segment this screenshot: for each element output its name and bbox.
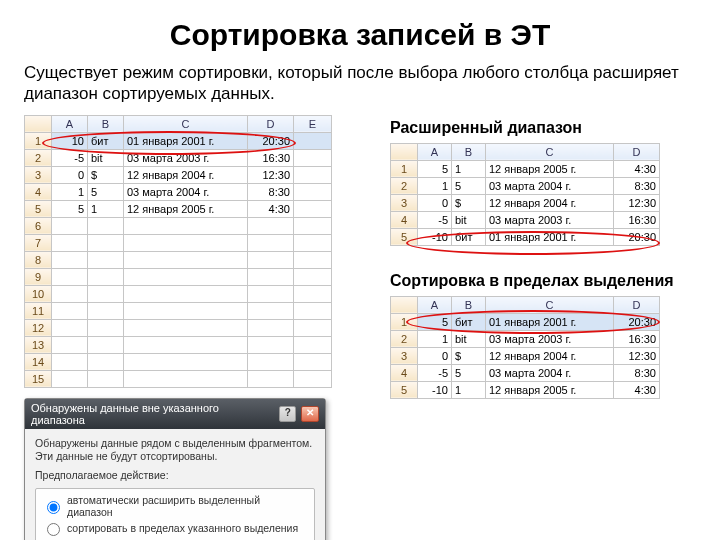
corner-cell bbox=[391, 296, 418, 313]
row-header: 13 bbox=[25, 336, 52, 353]
table-row: 15 bbox=[25, 370, 332, 387]
table-row: 8 bbox=[25, 251, 332, 268]
cell: 1 bbox=[52, 183, 88, 200]
cell bbox=[52, 336, 88, 353]
row-header: 2 bbox=[391, 177, 418, 194]
cell: 0 bbox=[418, 347, 452, 364]
table-row: 15бит01 января 2001 г.20:30 bbox=[391, 313, 660, 330]
cell bbox=[294, 149, 332, 166]
cell bbox=[124, 234, 248, 251]
radio-within[interactable]: сортировать в пределах указанного выделе… bbox=[42, 519, 308, 537]
cell bbox=[294, 336, 332, 353]
table-row: 21503 марта 2004 г.8:30 bbox=[391, 177, 660, 194]
cell: 4:30 bbox=[248, 200, 294, 217]
col-D: D bbox=[614, 143, 660, 160]
radio-within-input[interactable] bbox=[47, 523, 60, 536]
cell: 03 марта 2004 г. bbox=[486, 177, 614, 194]
cell bbox=[248, 370, 294, 387]
cell bbox=[88, 370, 124, 387]
cell: 12:30 bbox=[248, 166, 294, 183]
cell: 8:30 bbox=[248, 183, 294, 200]
cell: 01 января 2001 г. bbox=[124, 132, 248, 149]
cell: бит bbox=[452, 228, 486, 245]
cell bbox=[294, 268, 332, 285]
cell: -10 bbox=[418, 228, 452, 245]
cell: 10 bbox=[52, 132, 88, 149]
table-row: 55112 января 2005 г.4:30 bbox=[25, 200, 332, 217]
sheet-left: A B C D E 110бит01 января 2001 г.20:302-… bbox=[24, 115, 332, 388]
col-D: D bbox=[614, 296, 660, 313]
cell bbox=[52, 217, 88, 234]
dialog-options: автоматически расширить выделенный диапа… bbox=[35, 488, 315, 540]
row-header: 4 bbox=[391, 211, 418, 228]
close-icon[interactable]: ✕ bbox=[301, 406, 319, 422]
cell: bit bbox=[452, 330, 486, 347]
cell bbox=[88, 336, 124, 353]
cell: 03 марта 2004 г. bbox=[124, 183, 248, 200]
cell bbox=[248, 302, 294, 319]
table-row: 12 bbox=[25, 319, 332, 336]
col-E: E bbox=[294, 115, 332, 132]
cell bbox=[294, 234, 332, 251]
cell bbox=[294, 251, 332, 268]
dialog-title-text: Обнаружены данные вне указанного диапазо… bbox=[31, 402, 269, 426]
cell bbox=[294, 319, 332, 336]
cell: $ bbox=[88, 166, 124, 183]
radio-expand-input[interactable] bbox=[47, 501, 60, 514]
cell: 5 bbox=[452, 177, 486, 194]
cell: -5 bbox=[418, 364, 452, 381]
cell: 01 января 2001 г. bbox=[486, 313, 614, 330]
cell: 8:30 bbox=[614, 177, 660, 194]
cell bbox=[88, 268, 124, 285]
cell: 0 bbox=[418, 194, 452, 211]
cell: 01 января 2001 г. bbox=[486, 228, 614, 245]
sort-dialog: Обнаружены данные вне указанного диапазо… bbox=[24, 398, 326, 541]
page-title: Сортировка записей в ЭТ bbox=[24, 18, 696, 52]
row-header: 2 bbox=[391, 330, 418, 347]
col-C: C bbox=[486, 143, 614, 160]
cell bbox=[52, 302, 88, 319]
cell: 16:30 bbox=[614, 211, 660, 228]
dialog-titlebar: Обнаружены данные вне указанного диапазо… bbox=[25, 399, 325, 429]
cell bbox=[52, 268, 88, 285]
cell: 12 января 2005 г. bbox=[486, 160, 614, 177]
cell bbox=[248, 353, 294, 370]
cell: 03 марта 2004 г. bbox=[486, 364, 614, 381]
table-row: 7 bbox=[25, 234, 332, 251]
cell bbox=[294, 183, 332, 200]
col-B: B bbox=[452, 296, 486, 313]
corner-cell bbox=[391, 143, 418, 160]
cell: 12 января 2005 г. bbox=[486, 381, 614, 398]
cell: 1 bbox=[452, 160, 486, 177]
row-header: 4 bbox=[391, 364, 418, 381]
cell: 03 марта 2003 г. bbox=[124, 149, 248, 166]
cell bbox=[248, 336, 294, 353]
cell bbox=[124, 285, 248, 302]
cell bbox=[294, 353, 332, 370]
cell bbox=[124, 336, 248, 353]
cell bbox=[294, 285, 332, 302]
cell: 5 bbox=[418, 313, 452, 330]
col-C: C bbox=[486, 296, 614, 313]
row-header: 10 bbox=[25, 285, 52, 302]
cell bbox=[88, 234, 124, 251]
cell: 5 bbox=[52, 200, 88, 217]
cell bbox=[88, 251, 124, 268]
table-row: 30$12 января 2004 г.12:30 bbox=[391, 347, 660, 364]
row-header: 9 bbox=[25, 268, 52, 285]
cell: бит bbox=[452, 313, 486, 330]
col-D: D bbox=[248, 115, 294, 132]
cell bbox=[88, 353, 124, 370]
cell: 8:30 bbox=[614, 364, 660, 381]
cell: $ bbox=[452, 194, 486, 211]
radio-expand[interactable]: автоматически расширить выделенный диапа… bbox=[42, 493, 308, 519]
cell: 20:30 bbox=[248, 132, 294, 149]
cell: 20:30 bbox=[614, 228, 660, 245]
row-header: 12 bbox=[25, 319, 52, 336]
cell bbox=[248, 319, 294, 336]
cell: 12 января 2004 г. bbox=[486, 347, 614, 364]
cell: 16:30 bbox=[614, 330, 660, 347]
help-icon[interactable]: ? bbox=[279, 406, 297, 422]
cell bbox=[88, 285, 124, 302]
cell: 5 bbox=[452, 364, 486, 381]
